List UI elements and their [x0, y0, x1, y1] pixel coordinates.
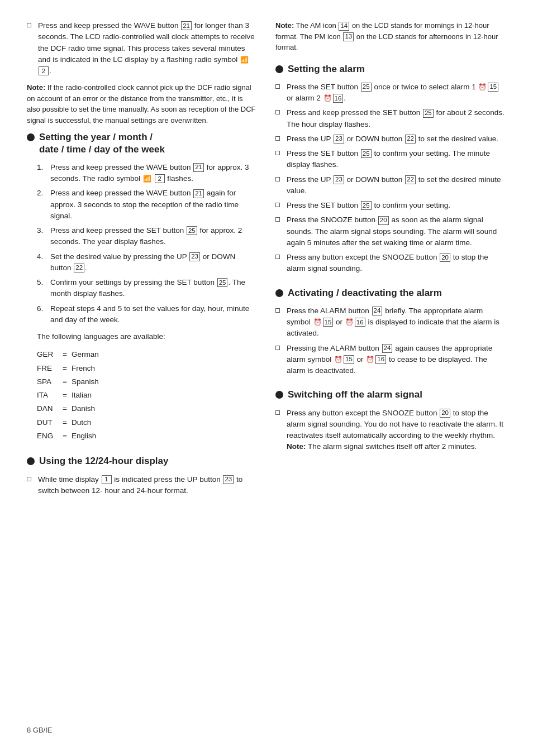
btn-13: 13	[343, 32, 354, 41]
lang-abbr: DUT	[37, 416, 58, 429]
lang-name: Dutch	[72, 416, 116, 429]
section3-list: Press the SET button 25 once or twice to…	[275, 82, 506, 275]
note-radio: Note: If the radio-controlled clock cann…	[27, 82, 258, 126]
btn-15c: 15	[344, 355, 354, 364]
section4-heading: Activating / deactivating the alarm	[275, 287, 506, 299]
lang-eq: =	[58, 375, 72, 389]
list-num: 1.	[37, 162, 46, 173]
list-item: While time display 1 is indicated press …	[27, 474, 258, 497]
right-column: Note: The AM icon 14 on the LCD stands f…	[275, 20, 506, 715]
list-item: Press the UP 23 or DOWN button 22 to set…	[275, 174, 506, 197]
bullet-sq	[275, 136, 280, 141]
btn-16b: 16	[355, 318, 365, 327]
section2-list: While time display 1 is indicated press …	[27, 474, 258, 497]
list-text: Press the ALARM button 24 briefly. The a…	[287, 305, 506, 339]
btn-set25d: 25	[361, 201, 372, 210]
btn-down22c: 22	[405, 175, 416, 184]
bullet-sq	[275, 410, 280, 415]
btn-down22b: 22	[405, 135, 416, 143]
section-switch-off-alarm: Switching off the alarm signal Press any…	[275, 389, 506, 452]
list-text: Press and keep pressed the SET button 25…	[287, 107, 506, 130]
lang-name: Danish	[72, 402, 116, 415]
radio-symbol-icon: 📶	[240, 55, 249, 65]
page: Press and keep pressed the WAVE button 2…	[0, 0, 533, 756]
list-item: 1. Press and keep pressed the WAVE butto…	[37, 162, 258, 185]
btn-up23: 23	[223, 475, 234, 484]
lang-abbr: ITA	[37, 389, 58, 402]
section2-bullet	[27, 457, 35, 465]
list-item: 5. Confirm your settings by pressing the…	[37, 277, 258, 300]
intro-text: Press and keep pressed the WAVE button 2…	[38, 20, 258, 76]
section4-bullet	[275, 289, 283, 297]
section-12-24: Using the 12/24-hour display While time …	[27, 455, 258, 496]
footer: 8 GB/IE	[27, 725, 506, 736]
lang-row: FRE=French	[37, 362, 258, 375]
btn-set25a: 25	[361, 83, 372, 92]
btn-up4: 23	[189, 252, 200, 261]
lang-abbr: SPA	[37, 375, 58, 389]
list-item: Press the ALARM button 24 briefly. The a…	[275, 305, 506, 339]
bullet-sq	[275, 346, 280, 350]
bullet-sq	[27, 477, 31, 481]
alarm-icon: ⏰	[366, 355, 374, 365]
btn-up23b: 23	[334, 135, 344, 143]
list-item: Press and keep pressed the SET button 25…	[275, 107, 506, 130]
lang-row: ENG=English	[37, 429, 258, 443]
btn-2b: 2	[155, 174, 165, 183]
list-text: Repeat steps 4 and 5 to set the values f…	[50, 303, 258, 326]
list-text: Press the UP 23 or DOWN button 22 to set…	[287, 174, 506, 197]
section1-heading-text: Setting the year / month /date / time / …	[39, 131, 165, 155]
btn-set25b: 25	[423, 109, 434, 118]
list-text: While time display 1 is indicated press …	[38, 474, 258, 497]
lang-row: DUT=Dutch	[37, 416, 258, 429]
list-item: 3. Press and keep pressed the SET button…	[37, 225, 258, 248]
section1-bullet	[27, 133, 35, 141]
lang-eq: =	[58, 348, 72, 361]
btn-up23c: 23	[334, 175, 344, 184]
btn-snooze20b: 20	[440, 253, 450, 262]
lang-abbr: FRE	[37, 362, 58, 375]
alarm-icon: ⏰	[334, 355, 342, 365]
section5-list: Press any button except the SNOOZE butto…	[275, 408, 506, 453]
section1-list: 1. Press and keep pressed the WAVE butto…	[37, 162, 258, 326]
lang-eq: =	[58, 402, 72, 415]
list-item: 2. Press and keep pressed the WAVE butto…	[37, 188, 258, 222]
section3-heading: Setting the alarm	[275, 63, 506, 75]
section-year-month: Setting the year / month /date / time / …	[27, 131, 258, 443]
list-text: Press the SET button 25 to confirm your …	[287, 200, 450, 211]
btn-15b: 15	[323, 318, 334, 327]
list-num: 5.	[37, 277, 46, 288]
list-text: Pressing the ALARM button 24 again cause…	[287, 343, 506, 377]
lang-row: GER=German	[37, 348, 258, 361]
section4-heading-text: Activating / deactivating the alarm	[288, 287, 442, 299]
section3-heading-text: Setting the alarm	[288, 63, 365, 75]
lang-abbr: GER	[37, 348, 58, 361]
lang-eq: =	[58, 429, 72, 443]
lang-name: English	[72, 429, 116, 443]
lang-name: French	[72, 362, 116, 375]
radio-icon: 📶	[143, 174, 151, 184]
section5-bullet	[275, 391, 283, 399]
section-activate-alarm: Activating / deactivating the alarm Pres…	[275, 287, 506, 377]
section2-heading-text: Using the 12/24-hour display	[39, 455, 168, 467]
bullet-sq	[27, 23, 31, 27]
bullet-sq	[275, 203, 280, 207]
note-am-pm: Note: The AM icon 14 on the LCD stands f…	[275, 20, 506, 53]
btn-alarm24b: 24	[382, 344, 393, 353]
list-item: Press the SET button 25 to confirm your …	[275, 200, 506, 211]
lang-name: German	[72, 348, 116, 361]
alarm-icon: ⏰	[313, 317, 322, 327]
lang-abbr: ENG	[37, 429, 58, 443]
btn-wave2: 21	[193, 189, 204, 198]
list-text: Press the SET button 25 to confirm your …	[287, 148, 506, 171]
bullet-sq	[275, 217, 280, 222]
btn-14: 14	[339, 22, 349, 31]
list-text: Set the desired value by pressing the UP…	[50, 251, 258, 274]
section5-heading: Switching off the alarm signal	[275, 389, 506, 400]
btn-set3: 25	[187, 226, 197, 235]
note-label-alarm: Note:	[287, 442, 306, 451]
btn-down4: 22	[74, 264, 84, 272]
columns: Press and keep pressed the WAVE button 2…	[27, 20, 506, 715]
bullet-sq	[275, 151, 280, 155]
list-num: 6.	[37, 303, 46, 314]
